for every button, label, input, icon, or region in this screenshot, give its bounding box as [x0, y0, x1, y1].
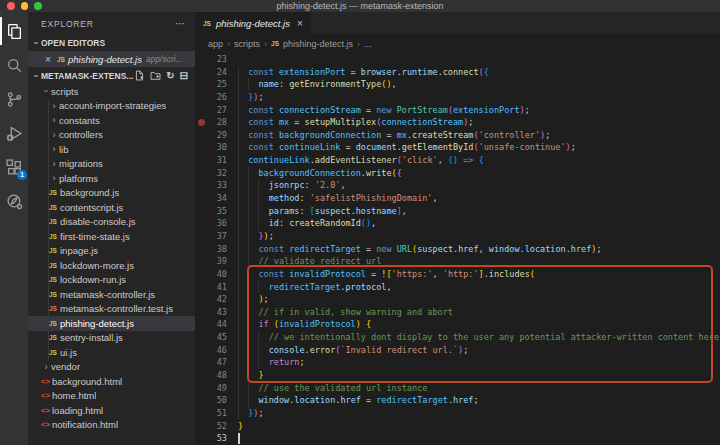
collapse-all-icon[interactable]: ⊟ — [180, 70, 188, 81]
glyph-margin[interactable] — [195, 407, 207, 420]
source-control-icon[interactable] — [0, 85, 28, 113]
code-line[interactable]: 32backgroundConnection.write({ — [195, 167, 720, 180]
tab-phishing-detect[interactable]: JS phishing-detect.js × — [195, 12, 311, 34]
breadcrumb-item[interactable]: scripts — [234, 39, 260, 49]
code-line[interactable]: 35params: [suspect.hostname], — [195, 205, 720, 218]
breakpoint-icon[interactable] — [198, 119, 205, 126]
code-line[interactable]: 36id: createRandomId(), — [195, 217, 720, 230]
tree-item[interactable]: JSdisable-console.js — [28, 215, 195, 230]
code-line[interactable]: 23 — [195, 53, 720, 66]
glyph-margin[interactable] — [195, 318, 207, 331]
refresh-icon[interactable]: ↻ — [166, 70, 174, 81]
tree-item[interactable]: ›vendor — [28, 360, 195, 375]
tree-item[interactable]: JSphishing-detect.js — [28, 316, 195, 331]
glyph-margin[interactable] — [195, 356, 207, 369]
glyph-margin[interactable] — [195, 192, 207, 205]
glyph-margin[interactable] — [195, 104, 207, 117]
breadcrumb-item[interactable]: ... — [364, 39, 372, 49]
code-line[interactable]: 44if (invalidProtocol) { — [195, 318, 720, 331]
code-line[interactable]: 37}); — [195, 230, 720, 243]
code-line[interactable]: 51}); — [195, 407, 720, 420]
code-line[interactable]: 52} — [195, 420, 720, 433]
tree-item[interactable]: ›lib — [28, 142, 195, 157]
tree-item[interactable]: ›scripts — [28, 84, 195, 99]
glyph-margin[interactable] — [195, 243, 207, 256]
open-editors-header[interactable]: › OPEN EDITORS — [28, 35, 195, 51]
search-icon[interactable] — [0, 51, 28, 79]
tree-item[interactable]: JSfirst-time-state.js — [28, 229, 195, 244]
code-area[interactable]: 2324const extensionPort = browser.runtim… — [195, 53, 720, 445]
code-line[interactable]: 53 — [195, 432, 720, 445]
glyph-margin[interactable] — [195, 91, 207, 104]
glyph-margin[interactable] — [195, 154, 207, 167]
tree-item[interactable]: JScontentscript.js — [28, 200, 195, 215]
code-line[interactable]: 49// use the validated url instance — [195, 382, 720, 395]
glyph-margin[interactable] — [195, 66, 207, 79]
tree-item[interactable]: <>home.html — [28, 389, 195, 404]
code-line[interactable]: 30const continueLink = document.getEleme… — [195, 141, 720, 154]
glyph-margin[interactable] — [195, 53, 207, 66]
code-line[interactable]: 40const invalidProtocol = !['https:', 'h… — [195, 268, 720, 281]
tree-item[interactable]: ›migrations — [28, 157, 195, 172]
tree-item[interactable]: <>loading.html — [28, 403, 195, 418]
code-line[interactable]: 26}); — [195, 91, 720, 104]
new-folder-icon[interactable] — [150, 70, 161, 81]
glyph-margin[interactable] — [195, 116, 207, 129]
glyph-margin[interactable] — [195, 230, 207, 243]
breadcrumb-item[interactable]: app — [208, 39, 223, 49]
glyph-margin[interactable] — [195, 255, 207, 268]
tree-item[interactable]: <>notification.html — [28, 418, 195, 433]
code-line[interactable]: 34method: 'safelistPhishingDomain', — [195, 192, 720, 205]
more-actions-icon[interactable]: ⋯ — [175, 19, 185, 29]
code-line[interactable]: 38const redirectTarget = new URL(suspect… — [195, 243, 720, 256]
run-and-debug-icon[interactable] — [0, 119, 28, 147]
tree-item[interactable]: JSlockdown-more.js — [28, 258, 195, 273]
glyph-margin[interactable] — [195, 344, 207, 357]
extension-circle-icon[interactable] — [0, 187, 28, 215]
code-line[interactable]: 48} — [195, 369, 720, 382]
glyph-margin[interactable] — [195, 394, 207, 407]
tree-item[interactable]: ›account-import-strategies — [28, 99, 195, 114]
tree-item[interactable]: JSbackground.js — [28, 186, 195, 201]
code-line[interactable]: 46console.error(`Invalid redirect url.`)… — [195, 344, 720, 357]
code-line[interactable]: 50window.location.href = redirectTarget.… — [195, 394, 720, 407]
tree-item[interactable]: JSmetamask-controller.js — [28, 287, 195, 302]
tree-item[interactable]: <>background.html — [28, 374, 195, 389]
code-line[interactable]: 45// we intentionally dont display to th… — [195, 331, 720, 344]
code-line[interactable]: 33jsonrpc: '2.0', — [195, 179, 720, 192]
tree-item[interactable]: JSinpage.js — [28, 244, 195, 259]
glyph-margin[interactable] — [195, 369, 207, 382]
code-line[interactable]: 27const connectionStream = new PortStrea… — [195, 104, 720, 117]
code-line[interactable]: 42); — [195, 293, 720, 306]
code-line[interactable]: 24const extensionPort = browser.runtime.… — [195, 66, 720, 79]
glyph-margin[interactable] — [195, 179, 207, 192]
code-line[interactable]: 47return; — [195, 356, 720, 369]
glyph-margin[interactable] — [195, 432, 207, 445]
glyph-margin[interactable] — [195, 205, 207, 218]
close-tab-icon[interactable]: × — [297, 18, 303, 29]
glyph-margin[interactable] — [195, 78, 207, 91]
extensions-icon[interactable]: 1 — [0, 153, 28, 181]
close-editor-icon[interactable]: × — [45, 54, 57, 65]
code-line[interactable]: 25name: getEnvironmentType(), — [195, 78, 720, 91]
glyph-margin[interactable] — [195, 382, 207, 395]
code-line[interactable]: 29const backgroundConnection = mx.create… — [195, 129, 720, 142]
glyph-margin[interactable] — [195, 306, 207, 319]
code-line[interactable]: 41redirectTarget.protocol, — [195, 281, 720, 294]
tree-item[interactable]: JSsentry-install.js — [28, 331, 195, 346]
code-line[interactable]: 43// if in valid, show warning and abort — [195, 306, 720, 319]
tree-item[interactable]: JSlockdown-run.js — [28, 273, 195, 288]
glyph-margin[interactable] — [195, 141, 207, 154]
glyph-margin[interactable] — [195, 129, 207, 142]
glyph-margin[interactable] — [195, 420, 207, 433]
code-line[interactable]: 31continueLink.addEventListener('click',… — [195, 154, 720, 167]
code-line[interactable]: 39// validate redirect url — [195, 255, 720, 268]
glyph-margin[interactable] — [195, 167, 207, 180]
code-line[interactable]: 28const mx = setupMultiplex(connectionSt… — [195, 116, 720, 129]
open-editor-item[interactable]: × JS phishing-detect.js app/scri... — [28, 51, 195, 67]
explorer-icon[interactable] — [0, 17, 28, 45]
glyph-margin[interactable] — [195, 281, 207, 294]
glyph-margin[interactable] — [195, 217, 207, 230]
glyph-margin[interactable] — [195, 268, 207, 281]
workspace-section-header[interactable]: › METAMASK-EXTENS... ↻ ⊟ — [28, 67, 195, 84]
